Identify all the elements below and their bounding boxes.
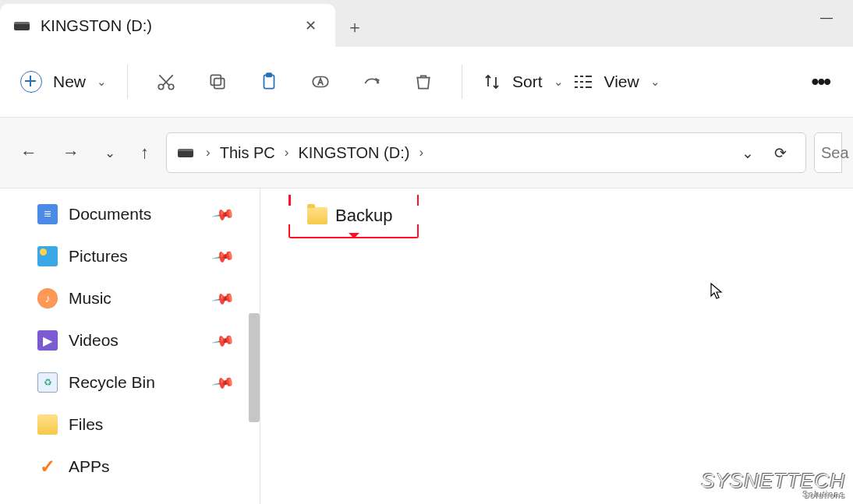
sidebar-item-recycle-bin[interactable]: Recycle Bin 📌 (0, 361, 260, 404)
chevron-right-icon: › (201, 145, 215, 160)
sidebar-item-apps[interactable]: ✓ APPs (0, 446, 260, 488)
chevron-down-icon: ⌄ (97, 75, 107, 89)
minimize-button[interactable]: — (805, 5, 848, 31)
svg-rect-3 (211, 75, 221, 85)
divider (462, 65, 462, 99)
recent-dropdown[interactable]: ⌄ (101, 142, 119, 164)
pictures-icon (37, 246, 58, 266)
drive-icon (178, 149, 193, 157)
sidebar: ≡ Documents 📌 Pictures 📌 Music 📌 ▶ Video… (0, 189, 260, 504)
annotation-bracket (417, 195, 419, 206)
share-icon[interactable] (351, 63, 393, 100)
annotation-bracket (288, 195, 291, 206)
sidebar-item-label: Documents (69, 205, 151, 224)
body: ≡ Documents 📌 Pictures 📌 Music 📌 ▶ Video… (0, 189, 853, 504)
pin-icon: 📌 (211, 370, 237, 396)
sidebar-item-label: Pictures (69, 247, 128, 266)
svg-rect-5 (267, 73, 272, 76)
new-button[interactable]: New ⌄ (17, 66, 110, 97)
tab-current[interactable]: KINGSTON (D:) ✕ (0, 4, 335, 48)
videos-icon: ▶ (37, 330, 58, 351)
watermark-brand: SYSNETTECH (701, 469, 845, 492)
folder-icon (37, 414, 58, 435)
sidebar-item-label: APPs (69, 457, 110, 476)
sidebar-item-documents[interactable]: ≡ Documents 📌 (0, 193, 260, 235)
breadcrumb-this-pc[interactable]: This PC (220, 144, 275, 162)
new-tab-button[interactable]: ＋ (335, 8, 374, 47)
titlebar: KINGSTON (D:) ✕ ＋ — (0, 0, 853, 47)
pin-icon: 📌 (211, 244, 237, 270)
search-input[interactable]: Sea (814, 132, 842, 173)
pin-icon: 📌 (211, 328, 237, 354)
folder-backup[interactable]: Backup (307, 206, 392, 226)
recycle-icon (37, 372, 58, 393)
music-icon (37, 288, 58, 308)
folder-icon (307, 207, 327, 224)
cut-icon[interactable] (145, 63, 187, 100)
new-label: New (53, 72, 86, 91)
view-icon (573, 74, 593, 90)
navbar: ← → ⌄ ↑ › This PC › KINGSTON (D:) › ⌄ ⟳ … (0, 117, 853, 189)
folder-name: Backup (335, 206, 392, 226)
sidebar-item-files[interactable]: Files (0, 404, 260, 446)
check-icon: ✓ (37, 456, 58, 477)
toolbar: New ⌄ Sort ⌄ View ⌄ ••• (0, 47, 853, 117)
pin-icon: 📌 (211, 202, 237, 227)
divider (127, 65, 128, 99)
rename-icon[interactable] (299, 63, 342, 100)
sidebar-item-label: Videos (69, 331, 119, 350)
content-area[interactable]: Backup (260, 189, 853, 504)
chevron-down-icon: ⌄ (650, 75, 660, 89)
forward-button[interactable]: → (59, 139, 83, 166)
view-button[interactable]: View ⌄ (570, 69, 664, 94)
delete-icon[interactable] (402, 63, 444, 100)
svg-point-0 (158, 84, 164, 90)
drive-icon (14, 22, 30, 30)
copy-icon[interactable] (196, 63, 239, 100)
sort-icon (483, 72, 501, 91)
sort-button[interactable]: Sort ⌄ (480, 69, 567, 94)
svg-point-1 (168, 84, 174, 90)
sort-label: Sort (512, 72, 543, 91)
search-placeholder: Sea (821, 144, 849, 162)
up-button[interactable]: ↑ (137, 139, 152, 166)
watermark: SYSNETTECH Solutions (701, 469, 845, 499)
pin-icon: 📌 (211, 286, 237, 312)
address-bar[interactable]: › This PC › KINGSTON (D:) › ⌄ ⟳ (166, 132, 806, 173)
cursor-icon (710, 282, 724, 305)
window-controls: — (805, 5, 848, 31)
svg-rect-2 (214, 79, 225, 89)
plus-circle-icon (20, 71, 42, 93)
sidebar-item-label: Music (69, 289, 111, 308)
sidebar-item-music[interactable]: Music 📌 (0, 277, 260, 319)
chevron-down-icon: ⌄ (554, 75, 564, 89)
sidebar-item-pictures[interactable]: Pictures 📌 (0, 235, 260, 277)
sidebar-scrollbar[interactable] (249, 313, 260, 422)
paste-icon[interactable] (248, 63, 290, 100)
more-button[interactable]: ••• (805, 66, 836, 97)
back-button[interactable]: ← (17, 139, 41, 166)
sidebar-item-videos[interactable]: ▶ Videos 📌 (0, 319, 260, 361)
nav-controls: ← → ⌄ ↑ (11, 139, 158, 166)
tab-title: KINGSTON (D:) (41, 17, 300, 35)
breadcrumb-drive[interactable]: KINGSTON (D:) (298, 144, 409, 162)
sidebar-item-label: Files (69, 415, 103, 434)
annotation-bracket (288, 224, 419, 238)
chevron-right-icon: › (280, 145, 294, 160)
chevron-right-icon: › (414, 145, 428, 160)
document-icon: ≡ (37, 204, 58, 224)
address-dropdown[interactable]: ⌄ (734, 139, 762, 167)
close-tab-icon[interactable]: ✕ (300, 12, 321, 39)
view-label: View (604, 72, 639, 91)
sidebar-item-label: Recycle Bin (69, 373, 155, 392)
clipboard-group (145, 63, 444, 100)
refresh-button[interactable]: ⟳ (766, 139, 795, 167)
